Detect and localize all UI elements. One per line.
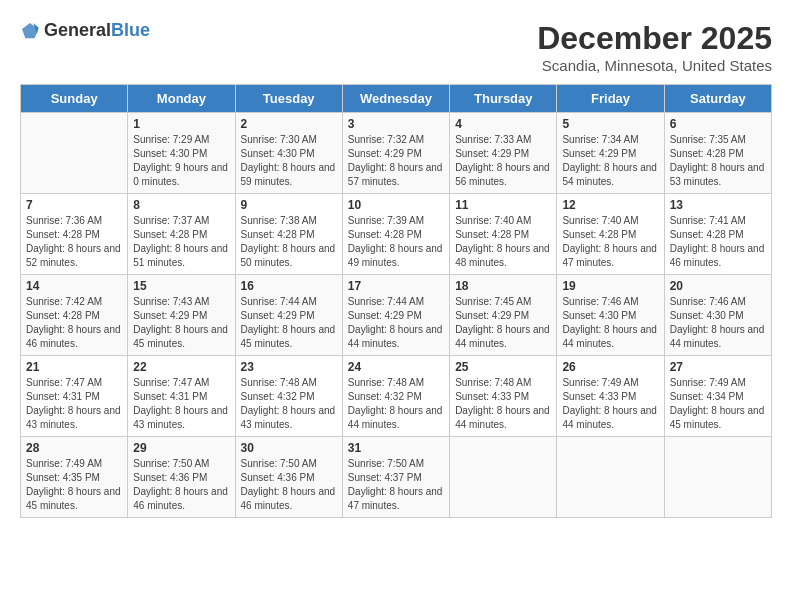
sunrise-text: Sunrise: 7:40 AM xyxy=(455,214,551,228)
daylight-text: Daylight: 8 hours and 44 minutes. xyxy=(670,323,766,351)
day-cell: 11Sunrise: 7:40 AMSunset: 4:28 PMDayligh… xyxy=(450,194,557,275)
day-info: Sunrise: 7:49 AMSunset: 4:34 PMDaylight:… xyxy=(670,376,766,432)
day-info: Sunrise: 7:50 AMSunset: 4:36 PMDaylight:… xyxy=(133,457,229,513)
sunrise-text: Sunrise: 7:48 AM xyxy=(348,376,444,390)
day-info: Sunrise: 7:30 AMSunset: 4:30 PMDaylight:… xyxy=(241,133,337,189)
day-number: 6 xyxy=(670,117,766,131)
sunset-text: Sunset: 4:33 PM xyxy=(562,390,658,404)
sunrise-text: Sunrise: 7:48 AM xyxy=(241,376,337,390)
day-number: 27 xyxy=(670,360,766,374)
day-number: 30 xyxy=(241,441,337,455)
sunrise-text: Sunrise: 7:29 AM xyxy=(133,133,229,147)
day-cell: 8Sunrise: 7:37 AMSunset: 4:28 PMDaylight… xyxy=(128,194,235,275)
day-cell: 21Sunrise: 7:47 AMSunset: 4:31 PMDayligh… xyxy=(21,356,128,437)
day-cell: 19Sunrise: 7:46 AMSunset: 4:30 PMDayligh… xyxy=(557,275,664,356)
sunset-text: Sunset: 4:31 PM xyxy=(26,390,122,404)
day-info: Sunrise: 7:44 AMSunset: 4:29 PMDaylight:… xyxy=(348,295,444,351)
sunset-text: Sunset: 4:36 PM xyxy=(241,471,337,485)
day-info: Sunrise: 7:34 AMSunset: 4:29 PMDaylight:… xyxy=(562,133,658,189)
sunrise-text: Sunrise: 7:45 AM xyxy=(455,295,551,309)
day-number: 5 xyxy=(562,117,658,131)
day-number: 14 xyxy=(26,279,122,293)
day-info: Sunrise: 7:49 AMSunset: 4:33 PMDaylight:… xyxy=(562,376,658,432)
day-number: 12 xyxy=(562,198,658,212)
day-info: Sunrise: 7:45 AMSunset: 4:29 PMDaylight:… xyxy=(455,295,551,351)
sunset-text: Sunset: 4:29 PM xyxy=(241,309,337,323)
day-info: Sunrise: 7:47 AMSunset: 4:31 PMDaylight:… xyxy=(133,376,229,432)
day-info: Sunrise: 7:48 AMSunset: 4:32 PMDaylight:… xyxy=(348,376,444,432)
day-number: 1 xyxy=(133,117,229,131)
sunset-text: Sunset: 4:30 PM xyxy=(241,147,337,161)
day-number: 24 xyxy=(348,360,444,374)
day-cell: 26Sunrise: 7:49 AMSunset: 4:33 PMDayligh… xyxy=(557,356,664,437)
sunrise-text: Sunrise: 7:43 AM xyxy=(133,295,229,309)
daylight-text: Daylight: 8 hours and 44 minutes. xyxy=(455,404,551,432)
day-number: 17 xyxy=(348,279,444,293)
sunset-text: Sunset: 4:37 PM xyxy=(348,471,444,485)
sunset-text: Sunset: 4:28 PM xyxy=(670,228,766,242)
sunrise-text: Sunrise: 7:42 AM xyxy=(26,295,122,309)
day-info: Sunrise: 7:47 AMSunset: 4:31 PMDaylight:… xyxy=(26,376,122,432)
sunrise-text: Sunrise: 7:30 AM xyxy=(241,133,337,147)
day-cell: 5Sunrise: 7:34 AMSunset: 4:29 PMDaylight… xyxy=(557,113,664,194)
sunrise-text: Sunrise: 7:40 AM xyxy=(562,214,658,228)
day-cell: 17Sunrise: 7:44 AMSunset: 4:29 PMDayligh… xyxy=(342,275,449,356)
daylight-text: Daylight: 8 hours and 46 minutes. xyxy=(241,485,337,513)
sunset-text: Sunset: 4:28 PM xyxy=(670,147,766,161)
day-cell: 12Sunrise: 7:40 AMSunset: 4:28 PMDayligh… xyxy=(557,194,664,275)
day-number: 18 xyxy=(455,279,551,293)
sunset-text: Sunset: 4:29 PM xyxy=(348,147,444,161)
day-info: Sunrise: 7:37 AMSunset: 4:28 PMDaylight:… xyxy=(133,214,229,270)
day-number: 16 xyxy=(241,279,337,293)
day-cell: 20Sunrise: 7:46 AMSunset: 4:30 PMDayligh… xyxy=(664,275,771,356)
daylight-text: Daylight: 8 hours and 44 minutes. xyxy=(455,323,551,351)
day-cell: 23Sunrise: 7:48 AMSunset: 4:32 PMDayligh… xyxy=(235,356,342,437)
day-number: 19 xyxy=(562,279,658,293)
sunset-text: Sunset: 4:28 PM xyxy=(562,228,658,242)
day-cell: 25Sunrise: 7:48 AMSunset: 4:33 PMDayligh… xyxy=(450,356,557,437)
day-number: 28 xyxy=(26,441,122,455)
day-cell: 28Sunrise: 7:49 AMSunset: 4:35 PMDayligh… xyxy=(21,437,128,518)
day-info: Sunrise: 7:42 AMSunset: 4:28 PMDaylight:… xyxy=(26,295,122,351)
sunset-text: Sunset: 4:35 PM xyxy=(26,471,122,485)
day-cell: 15Sunrise: 7:43 AMSunset: 4:29 PMDayligh… xyxy=(128,275,235,356)
day-cell: 31Sunrise: 7:50 AMSunset: 4:37 PMDayligh… xyxy=(342,437,449,518)
calendar-table: SundayMondayTuesdayWednesdayThursdayFrid… xyxy=(20,84,772,518)
logo-icon xyxy=(20,21,40,41)
day-cell: 9Sunrise: 7:38 AMSunset: 4:28 PMDaylight… xyxy=(235,194,342,275)
sunrise-text: Sunrise: 7:50 AM xyxy=(133,457,229,471)
sunset-text: Sunset: 4:34 PM xyxy=(670,390,766,404)
daylight-text: Daylight: 8 hours and 45 minutes. xyxy=(26,485,122,513)
sunrise-text: Sunrise: 7:44 AM xyxy=(348,295,444,309)
day-number: 31 xyxy=(348,441,444,455)
week-row-4: 21Sunrise: 7:47 AMSunset: 4:31 PMDayligh… xyxy=(21,356,772,437)
day-number: 29 xyxy=(133,441,229,455)
day-info: Sunrise: 7:46 AMSunset: 4:30 PMDaylight:… xyxy=(670,295,766,351)
day-number: 9 xyxy=(241,198,337,212)
sunset-text: Sunset: 4:29 PM xyxy=(562,147,658,161)
sunset-text: Sunset: 4:30 PM xyxy=(133,147,229,161)
logo-blue: Blue xyxy=(111,20,150,40)
day-cell: 1Sunrise: 7:29 AMSunset: 4:30 PMDaylight… xyxy=(128,113,235,194)
day-info: Sunrise: 7:39 AMSunset: 4:28 PMDaylight:… xyxy=(348,214,444,270)
sunset-text: Sunset: 4:29 PM xyxy=(455,309,551,323)
sunrise-text: Sunrise: 7:50 AM xyxy=(241,457,337,471)
day-info: Sunrise: 7:50 AMSunset: 4:36 PMDaylight:… xyxy=(241,457,337,513)
daylight-text: Daylight: 8 hours and 53 minutes. xyxy=(670,161,766,189)
day-number: 15 xyxy=(133,279,229,293)
sunrise-text: Sunrise: 7:47 AM xyxy=(133,376,229,390)
day-cell: 29Sunrise: 7:50 AMSunset: 4:36 PMDayligh… xyxy=(128,437,235,518)
sunset-text: Sunset: 4:28 PM xyxy=(26,309,122,323)
day-number: 11 xyxy=(455,198,551,212)
day-info: Sunrise: 7:35 AMSunset: 4:28 PMDaylight:… xyxy=(670,133,766,189)
sunrise-text: Sunrise: 7:37 AM xyxy=(133,214,229,228)
logo-general: General xyxy=(44,20,111,40)
daylight-text: Daylight: 8 hours and 44 minutes. xyxy=(348,404,444,432)
daylight-text: Daylight: 8 hours and 46 minutes. xyxy=(670,242,766,270)
day-cell: 24Sunrise: 7:48 AMSunset: 4:32 PMDayligh… xyxy=(342,356,449,437)
sunrise-text: Sunrise: 7:35 AM xyxy=(670,133,766,147)
sunset-text: Sunset: 4:28 PM xyxy=(133,228,229,242)
day-cell xyxy=(664,437,771,518)
week-row-3: 14Sunrise: 7:42 AMSunset: 4:28 PMDayligh… xyxy=(21,275,772,356)
day-cell: 16Sunrise: 7:44 AMSunset: 4:29 PMDayligh… xyxy=(235,275,342,356)
